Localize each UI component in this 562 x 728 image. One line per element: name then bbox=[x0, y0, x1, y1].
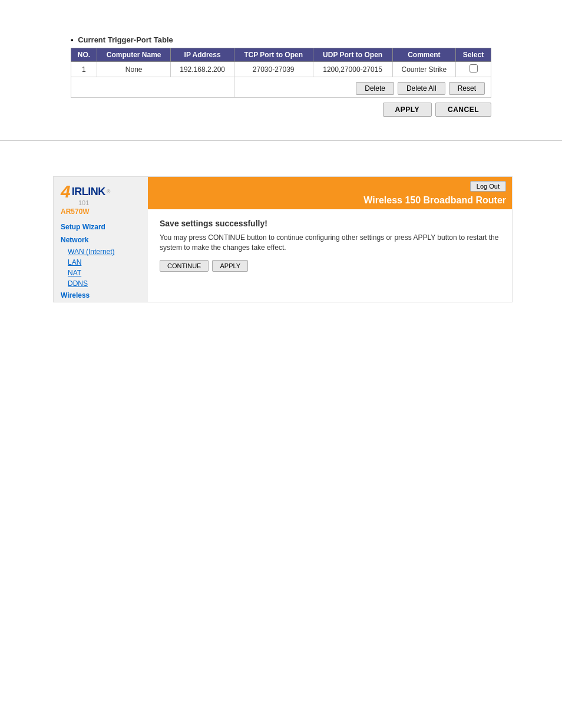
col-udp-port: UDP Port to Open bbox=[313, 48, 392, 62]
cell-comment: Counter Strike bbox=[392, 62, 455, 77]
cell-udp-port: 1200,27000-27015 bbox=[313, 62, 392, 77]
reset-button[interactable]: Reset bbox=[449, 82, 485, 95]
bullet-icon: • bbox=[71, 35, 74, 44]
section-title: • Current Trigger-Port Table bbox=[71, 35, 491, 44]
col-select: Select bbox=[456, 48, 491, 62]
router-sidebar: 4 IRLINK ® 101 AR570W Setup Wizard Netwo… bbox=[54, 177, 148, 302]
trigger-port-table: NO. Computer Name IP Address TCP Port to… bbox=[71, 48, 491, 98]
save-desc-text: You may press CONTINUE button to continu… bbox=[160, 233, 500, 253]
delete-all-button[interactable]: Delete All bbox=[398, 82, 445, 95]
cell-ip-address: 192.168.2.200 bbox=[171, 62, 234, 77]
sidebar-item-nat[interactable]: NAT bbox=[54, 268, 148, 278]
continue-button[interactable]: CONTINUE bbox=[160, 260, 209, 272]
logo-reg-icon: ® bbox=[107, 189, 111, 195]
logout-button[interactable]: Log Out bbox=[470, 181, 506, 192]
top-divider bbox=[0, 140, 562, 141]
router-header: Log Out Wireless 150 Broadband Router bbox=[148, 177, 512, 209]
action-cell: Delete Delete All Reset bbox=[234, 77, 491, 98]
cell-select[interactable] bbox=[456, 62, 491, 77]
sidebar-item-ddns[interactable]: DDNS bbox=[54, 278, 148, 289]
col-computer-name: Computer Name bbox=[97, 48, 171, 62]
logo-text: 4 IRLINK ® bbox=[61, 183, 110, 200]
router-content: Save settings successfully! You may pres… bbox=[148, 209, 512, 281]
delete-button[interactable]: Delete bbox=[356, 82, 394, 95]
col-ip-address: IP Address bbox=[171, 48, 234, 62]
table-row: 1 None 192.168.2.200 27030-27039 1200,27… bbox=[71, 62, 491, 77]
cell-tcp-port: 27030-27039 bbox=[234, 62, 313, 77]
logo-arrow-icon: 4 bbox=[61, 183, 71, 200]
apply-cancel-row: APPLY CANCEL bbox=[71, 103, 491, 117]
header-top: Log Out Wireless 150 Broadband Router bbox=[154, 181, 506, 206]
sidebar-item-network[interactable]: Network bbox=[54, 233, 148, 246]
router-title: Wireless 150 Broadband Router bbox=[363, 195, 506, 206]
content-apply-button[interactable]: APPLY bbox=[212, 260, 248, 272]
cancel-button[interactable]: CANCEL bbox=[435, 103, 491, 117]
cell-no: 1 bbox=[71, 62, 97, 77]
sidebar-item-wan[interactable]: WAN (Internet) bbox=[54, 246, 148, 257]
apply-button[interactable]: APPLY bbox=[383, 103, 432, 117]
empty-cell bbox=[71, 77, 234, 98]
content-actions: CONTINUE APPLY bbox=[160, 260, 500, 272]
model-name: AR570W bbox=[54, 206, 148, 220]
trigger-table-title: Current Trigger-Port Table bbox=[78, 35, 173, 44]
cell-computer-name: None bbox=[97, 62, 171, 77]
action-row: Delete Delete All Reset bbox=[71, 77, 491, 98]
sidebar-item-setup-wizard[interactable]: Setup Wizard bbox=[54, 220, 148, 233]
router-section: 4 IRLINK ® 101 AR570W Setup Wizard Netwo… bbox=[53, 176, 513, 302]
col-tcp-port: TCP Port to Open bbox=[234, 48, 313, 62]
sidebar-nav: Setup Wizard Network WAN (Internet) LAN … bbox=[54, 220, 148, 302]
router-logo: 4 IRLINK ® 101 bbox=[54, 177, 148, 206]
col-no: NO. bbox=[71, 48, 97, 62]
sidebar-item-lan[interactable]: LAN bbox=[54, 257, 148, 268]
sidebar-item-wireless[interactable]: Wireless bbox=[54, 289, 148, 302]
router-main: Log Out Wireless 150 Broadband Router Sa… bbox=[148, 177, 512, 302]
row-select-checkbox[interactable] bbox=[470, 64, 478, 73]
save-success-title: Save settings successfully! bbox=[160, 219, 500, 228]
logo-101: 101 bbox=[61, 199, 89, 206]
logo-brand: IRLINK bbox=[72, 186, 105, 197]
top-section: • Current Trigger-Port Table NO. Compute… bbox=[0, 0, 562, 140]
col-comment: Comment bbox=[392, 48, 455, 62]
